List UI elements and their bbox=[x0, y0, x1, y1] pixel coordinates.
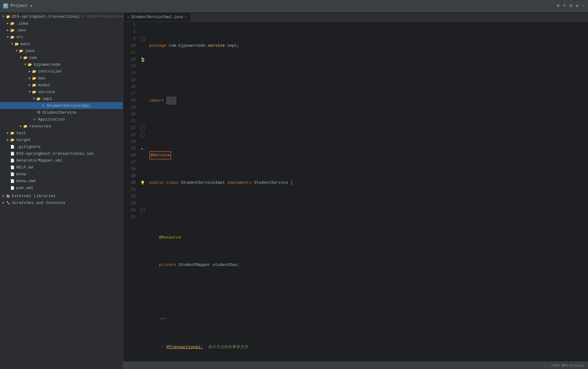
student-service-icon: ① bbox=[36, 110, 41, 115]
generator-arrow bbox=[6, 158, 10, 163]
warning-icon: 💡 bbox=[140, 181, 145, 185]
code-line-13 bbox=[149, 207, 586, 214]
java-dir-arrow: ▼ bbox=[14, 49, 19, 53]
external-arrow: ▶ bbox=[1, 194, 6, 198]
class-name: StudentServiceImpl bbox=[181, 179, 224, 186]
javadoc-transactional: @Transactional: bbox=[166, 344, 203, 351]
service-arrow: ▼ bbox=[27, 90, 32, 94]
g-29 bbox=[138, 173, 147, 179]
sidebar-item-idea[interactable]: ▶ 📂 .idea bbox=[0, 20, 123, 27]
run-arrow[interactable]: ▶ bbox=[142, 147, 144, 151]
import-dots[interactable]: ... bbox=[166, 97, 176, 104]
sidebar-item-src[interactable]: ▼ 📂 src bbox=[0, 34, 123, 40]
sidebar-item-controller[interactable]: ▶ 📂 controller bbox=[0, 68, 123, 75]
ann-service: @Service bbox=[151, 153, 170, 158]
sidebar-item-scratches[interactable]: ▶ 🔧 Scratches and Consoles bbox=[0, 199, 123, 206]
code-line-2 bbox=[149, 70, 586, 77]
sidebar-item-generator[interactable]: 📄 GeneratorMapper.xml bbox=[0, 157, 123, 164]
globe-icon[interactable]: ⊕ bbox=[557, 3, 559, 8]
sidebar-item-impl[interactable]: ▼ 📂 impl bbox=[0, 95, 123, 102]
kw-class: class bbox=[166, 179, 179, 186]
tab-close-button[interactable]: × bbox=[185, 15, 187, 19]
service-annotation-highlight: @Service bbox=[149, 151, 171, 159]
root-folder-icon: 📁 bbox=[6, 14, 11, 19]
sidebar-item-com[interactable]: ▼ 📂 com bbox=[0, 54, 123, 61]
code-line-14: @Resource bbox=[149, 234, 586, 241]
g-34[interactable]: − bbox=[138, 207, 147, 214]
sidebar-item-test[interactable]: ▶ 📂 test bbox=[0, 130, 123, 136]
mvnwcmd-icon: 📄 bbox=[10, 178, 15, 183]
g-19 bbox=[138, 104, 147, 111]
sidebar-item-iml[interactable]: 📄 019-springboot-transactional.iml bbox=[0, 150, 123, 157]
sidebar-item-java-dir[interactable]: ▼ 📂 java bbox=[0, 47, 123, 54]
scratches-icon: 🔧 bbox=[6, 200, 11, 205]
sidebar-item-dao[interactable]: ▶ 📂 dao bbox=[0, 75, 123, 82]
fold-3[interactable]: − bbox=[140, 37, 145, 41]
tab-student-service-impl[interactable]: ☕ StudentServiceImpl.java × bbox=[123, 12, 191, 21]
code-content[interactable]: package com.bjpowernode.service.impl; im… bbox=[147, 22, 588, 362]
g-23[interactable]: − bbox=[138, 131, 147, 138]
fold-22[interactable]: − bbox=[140, 126, 145, 130]
code-line-3: import ... bbox=[149, 97, 586, 104]
g-3[interactable]: − bbox=[138, 35, 147, 42]
sidebar-item-pom[interactable]: 📄 pom.xml bbox=[0, 184, 123, 191]
sidebar-item-student-service-impl[interactable]: ● StudentServiceImpl bbox=[0, 102, 123, 109]
minimize-icon[interactable]: — bbox=[582, 3, 585, 8]
help-arrow bbox=[6, 165, 10, 169]
dropdown-icon[interactable]: ▾ bbox=[30, 3, 33, 8]
sidebar-item-application[interactable]: ⚙ Application bbox=[0, 116, 123, 123]
ln-34: 34 bbox=[128, 207, 136, 214]
g-32 bbox=[138, 193, 147, 200]
project-icon: P bbox=[3, 3, 8, 8]
settings-icon[interactable]: ⚙ bbox=[576, 3, 578, 8]
impl-label: impl bbox=[42, 97, 52, 101]
sidebar-item-mvnw[interactable]: 📄 mvnw bbox=[0, 171, 123, 177]
student-service-arrow bbox=[32, 110, 36, 115]
tree-root[interactable]: ▼ 📁 019-springboot-transactional E:\IDEA… bbox=[0, 13, 123, 20]
g-17 bbox=[138, 90, 147, 97]
resources-arrow: ▶ bbox=[19, 124, 23, 128]
fold-34[interactable]: − bbox=[140, 208, 145, 212]
sidebar-item-resources[interactable]: ▶ 📂 resources bbox=[0, 123, 123, 130]
sidebar-tree: ▼ 📁 019-springboot-transactional E:\IDEA… bbox=[0, 12, 123, 369]
code-editor[interactable]: 1 2 3 10 11 12 13 14 15 16 17 18 19 20 2… bbox=[123, 22, 588, 362]
help-label: HELP.md bbox=[16, 165, 33, 170]
mvnw-label: mvnw bbox=[16, 172, 26, 177]
var-dao: studentDao bbox=[213, 262, 237, 268]
controller-label: controller bbox=[38, 69, 62, 74]
main-layout: ▼ 📁 019-springboot-transactional E:\IDEA… bbox=[0, 12, 588, 369]
generator-label: GeneratorMapper.xml bbox=[16, 158, 62, 163]
mvn-folder-icon: 📂 bbox=[10, 28, 15, 33]
sidebar-item-bjpowernode[interactable]: ▼ 📂 bjpowernode bbox=[0, 61, 123, 68]
ln-25: 25 bbox=[128, 145, 136, 152]
code-line-17: /** bbox=[149, 316, 586, 323]
sidebar-item-external[interactable]: ▶ 📚 External Libraries bbox=[0, 192, 123, 199]
g-18 bbox=[138, 97, 147, 104]
target-arrow: ▶ bbox=[6, 138, 10, 142]
sidebar-item-target[interactable]: ▶ 📂 target bbox=[0, 136, 123, 143]
sidebar-item-help[interactable]: 📄 HELP.md bbox=[0, 164, 123, 171]
statusbar-text: CSDN @KK-Greyson bbox=[551, 364, 584, 367]
code-line-15: private StudentMapper studentDao; bbox=[149, 262, 586, 268]
ln-35: 35 bbox=[128, 214, 136, 220]
sidebar-item-student-service[interactable]: ① StudentService bbox=[0, 109, 123, 116]
g-22[interactable]: − bbox=[138, 125, 147, 131]
main-arrow: ▼ bbox=[10, 42, 14, 46]
ln-26: 26 bbox=[128, 152, 136, 159]
sidebar-item-mvnwcmd[interactable]: 📄 mvnw.cmd bbox=[0, 177, 123, 184]
sidebar-item-mvn[interactable]: ▶ 📂 .mvn bbox=[0, 27, 123, 34]
fold-23[interactable]: − bbox=[140, 133, 145, 137]
sidebar-item-main[interactable]: ▼ 📂 main bbox=[0, 40, 123, 47]
sidebar-item-gitignore[interactable]: 📄 .gitignore bbox=[0, 143, 123, 150]
g-26 bbox=[138, 152, 147, 159]
g-33 bbox=[138, 200, 147, 207]
sidebar-item-model[interactable]: ▶ 📂 model bbox=[0, 82, 123, 88]
code-line-12: public class StudentServiceImpl implemen… bbox=[149, 179, 586, 186]
src-label: src bbox=[16, 35, 23, 40]
gitignore-label: .gitignore bbox=[16, 144, 41, 149]
filter-icon[interactable]: ⊟ bbox=[570, 3, 572, 8]
student-service-label: StudentService bbox=[42, 110, 76, 115]
list-icon[interactable]: ≡ bbox=[563, 3, 566, 8]
sidebar-item-service[interactable]: ▼ 📂 service bbox=[0, 88, 123, 95]
ln-15: 15 bbox=[128, 77, 136, 83]
